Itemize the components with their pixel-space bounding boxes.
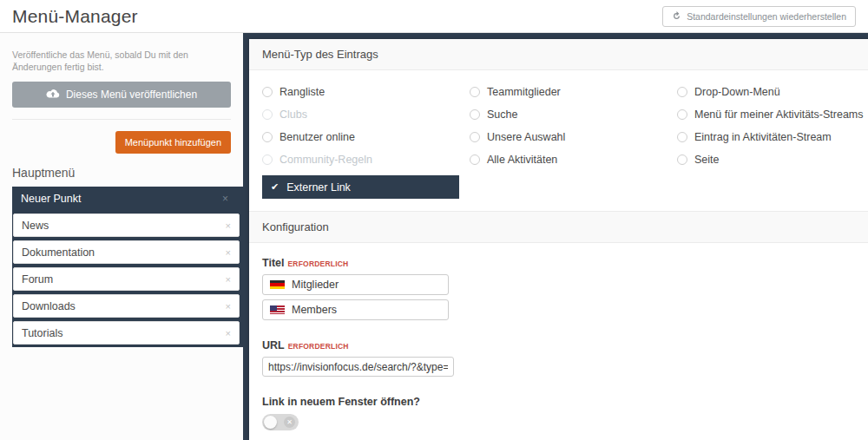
menu-type-option-label: Rangliste [279,86,325,98]
menu-type-option[interactable]: Teammitglieder [470,81,677,103]
required-badge: ERFORDERLICH [288,342,349,351]
menu-item[interactable]: Tutorials× [13,321,240,345]
menu-item-label: Dokumentation [22,246,95,259]
radio-icon [677,154,687,165]
config-section-title: Konfiguration [249,211,868,243]
menu-item-selected[interactable]: Neuer Punkt × [13,187,240,210]
menu-type-option[interactable]: Menü für meiner Aktivitäts-Streams [677,103,868,126]
menu-type-option-label: Drop-Down-Menü [694,86,780,98]
radio-icon [470,132,480,142]
check-icon: ✔ [271,181,279,193]
menu-item-label: Downloads [22,300,76,312]
close-icon[interactable]: × [226,328,231,338]
menu-type-column: Drop-Down-MenüMenü für meiner Aktivitäts… [677,81,868,171]
menu-item[interactable]: News× [13,213,240,237]
sidebar-divider [12,119,231,120]
title-field-label: Titel [262,257,284,269]
menu-item-panel: Neuer Punkt × News×Dokumentation×Forum×D… [12,187,243,347]
radio-icon [262,109,273,120]
new-window-toggle[interactable]: ✕ [262,414,299,430]
radio-icon [470,154,480,165]
restore-defaults-button[interactable]: Standardeinstellungen wiederherstellen [662,6,856,27]
refresh-icon [672,11,681,21]
selected-type-label: Externer Link [286,181,351,194]
title-input-en[interactable]: Members [262,299,449,320]
menu-type-option-label: Community-Regeln [279,154,372,166]
toggle-off-icon: ✕ [284,417,295,428]
menu-item-list: News×Dokumentation×Forum×Downloads×Tutor… [13,213,240,345]
radio-icon [677,132,687,142]
menu-item[interactable]: Dokumentation× [13,240,240,264]
close-icon[interactable]: × [226,220,231,231]
menu-sidebar: Veröffentliche das Menü, sobald Du mit d… [0,33,243,440]
menu-type-option[interactable]: Seite [677,148,868,171]
menu-type-option-label: Menü für meiner Aktivitäts-Streams [694,108,864,121]
menu-item[interactable]: Downloads× [13,294,240,318]
german-flag-icon [270,280,285,289]
radio-icon [262,154,273,165]
url-field-group: URLERFORDERLICH [262,337,868,377]
radio-icon [470,87,480,97]
menu-item-label: Tutorials [22,327,62,339]
add-menu-item-button[interactable]: Menüpunkt hinzufügen [115,131,231,154]
title-value-en: Members [292,304,337,316]
menu-type-option-label: Alle Aktivitäten [487,154,557,166]
radio-icon [677,87,687,97]
menu-type-option: Community-Regeln [262,148,470,171]
title-field-group: TitelERFORDERLICH Mitglieder Members [262,254,868,320]
menu-type-option-label: Benutzer online [279,131,355,143]
menu-type-option[interactable]: Drop-Down-Menü [677,81,868,103]
menu-type-column: TeammitgliederSucheUnsere AuswahlAlle Ak… [470,81,677,171]
required-badge: ERFORDERLICH [287,259,348,268]
menu-type-option[interactable]: Eintrag in Aktivitäten-Stream [677,126,868,148]
menu-type-option-label: Teammitglieder [487,86,561,98]
title-value-de: Mitglieder [292,279,339,291]
close-icon[interactable]: × [226,301,231,312]
menu-item-label: News [22,220,49,232]
radio-icon [262,132,273,142]
restore-defaults-label: Standardeinstellungen wiederherstellen [687,11,846,22]
menu-type-option-label: Seite [694,154,720,166]
publish-menu-button[interactable]: Dieses Menü veröffentlichen [12,82,231,108]
menu-type-column: RanglisteClubsBenutzer onlineCommunity-R… [262,81,470,171]
menu-type-options: RanglisteClubsBenutzer onlineCommunity-R… [249,70,868,211]
new-window-group: Link in neuem Fenster öffnen? ✕ [262,393,868,430]
menu-item-label: Neuer Punkt [21,193,81,205]
menu-type-option[interactable]: Benutzer online [262,126,470,148]
url-field-label: URL [262,339,285,351]
main-menu-caption: Hauptmenü [12,166,231,180]
close-icon[interactable]: × [226,247,231,258]
toggle-knob-icon [264,416,277,429]
us-flag-icon [270,305,285,314]
menu-type-section-title: Menü-Typ des Eintrags [249,39,868,70]
publish-hint: Veröffentliche das Menü, sobald Du mit d… [12,49,231,73]
menu-type-option[interactable]: Alle Aktivitäten [470,148,677,171]
title-input-de[interactable]: Mitglieder [262,274,449,295]
radio-icon [677,109,687,120]
editor-card: Menü-Typ des Eintrags RanglisteClubsBenu… [249,39,868,440]
radio-icon [470,109,480,120]
page-title: Menü-Manager [12,6,138,27]
close-icon[interactable]: × [222,193,228,205]
url-input[interactable] [262,357,454,377]
menu-type-option[interactable]: Suche [470,103,677,126]
close-icon[interactable]: × [226,274,231,285]
menu-type-option[interactable]: Rangliste [262,81,470,103]
menu-type-option-label: Eintrag in Aktivitäten-Stream [694,131,832,143]
publish-menu-label: Dieses Menü veröffentlichen [66,89,197,101]
config-form: TitelERFORDERLICH Mitglieder Members URL… [249,243,868,440]
menu-type-option-label: Unsere Auswahl [487,131,565,143]
menu-item-label: Forum [22,273,53,286]
menu-type-option-label: Clubs [279,108,307,121]
menu-item[interactable]: Forum× [13,267,240,291]
radio-icon [262,87,273,97]
menu-type-option[interactable]: Unsere Auswahl [470,126,677,148]
menu-type-option-label: Suche [487,108,517,121]
menu-type-option-selected[interactable]: ✔ Externer Link [262,175,459,199]
cloud-upload-icon [46,89,60,101]
menu-type-option: Clubs [262,103,470,126]
top-header: Menü-Manager Standardeinstellungen wiede… [0,0,868,33]
main-panel: Menü-Typ des Eintrags RanglisteClubsBenu… [243,33,868,440]
new-window-label: Link in neuem Fenster öffnen? [262,396,420,408]
